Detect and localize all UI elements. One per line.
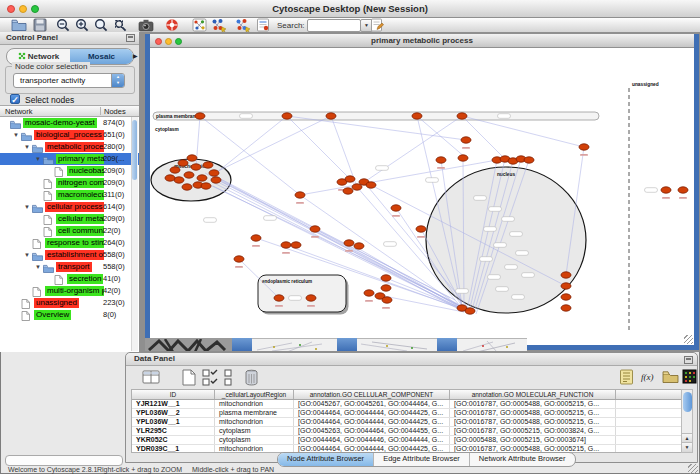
network-graph[interactable]: plasma membranecytoplasmmitochondrionnuc… — [150, 48, 694, 345]
column-header[interactable]: ID — [132, 390, 215, 399]
gene-node[interactable] — [251, 235, 261, 241]
gene-node[interactable] — [382, 297, 392, 303]
disclosure-triangle-icon[interactable]: ▼ — [24, 141, 30, 153]
gene-node[interactable] — [678, 187, 688, 193]
scroll-down-icon[interactable]: ▼ — [682, 442, 692, 452]
network-edge[interactable] — [417, 116, 466, 158]
unselect-attribute-columns-icon[interactable] — [223, 369, 241, 386]
import-attributes-folder-icon[interactable] — [662, 369, 680, 386]
network-window-titlebar[interactable]: primary metabolic process — [150, 34, 694, 48]
delete-attribute-icon[interactable] — [244, 369, 262, 386]
save-icon[interactable] — [33, 18, 49, 32]
zoom-out-icon[interactable] — [56, 18, 72, 32]
edit-attributes-icon[interactable] — [370, 18, 386, 32]
tree-row[interactable]: mosaic-demo-yeast874(0) — [0, 117, 139, 129]
gene-node[interactable] — [345, 176, 355, 182]
column-header[interactable]: annotation.GO CELLULAR_COMPONENT — [294, 390, 450, 399]
gene-node[interactable] — [274, 295, 284, 301]
select-nodes-checkbox[interactable]: ✓ — [10, 94, 20, 104]
gene-node[interactable] — [458, 155, 468, 161]
background-network-thumbnail[interactable] — [457, 338, 527, 351]
background-network-thumbnail[interactable] — [357, 338, 437, 351]
gene-node[interactable] — [203, 162, 213, 168]
tree-row[interactable]: cellular metabo209(0) — [0, 213, 139, 225]
background-window-titlebar[interactable] — [437, 338, 457, 351]
netwin-resize-grip[interactable] — [684, 335, 693, 344]
gene-node[interactable] — [326, 113, 336, 119]
gene-node[interactable] — [310, 226, 320, 232]
gene-node[interactable] — [191, 164, 201, 170]
gene-node[interactable] — [182, 184, 192, 190]
network-overview-icon[interactable] — [192, 18, 208, 32]
float-panel-icon[interactable] — [126, 34, 135, 42]
disclosure-triangle-icon[interactable]: ▼ — [35, 261, 41, 273]
gene-node[interactable] — [561, 294, 571, 300]
app-resize-grip[interactable] — [688, 464, 698, 474]
float-data-panel-icon[interactable] — [684, 356, 693, 364]
gene-node[interactable] — [234, 256, 244, 262]
gene-node[interactable] — [524, 157, 534, 163]
destroy-network-icon[interactable] — [211, 18, 227, 32]
network-edge[interactable] — [216, 116, 287, 173]
column-header[interactable] — [616, 390, 682, 399]
tree-row[interactable]: nucleobase-209(0) — [0, 165, 139, 177]
gene-node[interactable] — [281, 242, 291, 248]
attribute-matrix-icon[interactable] — [682, 369, 700, 386]
gene-node[interactable] — [457, 113, 467, 119]
tree-row[interactable]: nitrogen compo209(0) — [0, 177, 139, 189]
annotation-icon[interactable] — [256, 18, 272, 32]
zoom-fit-icon[interactable] — [94, 18, 110, 32]
disclosure-triangle-icon[interactable]: ▼ — [13, 129, 19, 141]
new-attribute-icon[interactable] — [181, 369, 199, 386]
tree-row[interactable]: ▼primary metabo209(... — [0, 153, 139, 165]
open-file-icon[interactable] — [11, 18, 27, 32]
gene-node[interactable] — [291, 242, 301, 248]
table-row[interactable]: YPL036W__1mitochondrion[GO:0044464, GO:0… — [132, 418, 682, 427]
gene-node[interactable] — [366, 182, 376, 188]
tab-overflow-arrow[interactable]: ▶ — [133, 52, 138, 59]
gene-node[interactable] — [343, 188, 353, 194]
gene-node[interactable] — [352, 184, 362, 190]
gene-node[interactable] — [436, 157, 446, 163]
gene-node[interactable] — [165, 175, 175, 181]
tree-row[interactable]: ▼establishment of lo558(0) — [0, 249, 139, 261]
gene-node[interactable] — [178, 160, 188, 166]
attribute-list-icon[interactable] — [619, 369, 637, 386]
network-edge[interactable] — [214, 116, 331, 173]
gene-node[interactable] — [306, 295, 316, 301]
disclosure-triangle-icon[interactable]: ▼ — [24, 201, 30, 213]
gene-node[interactable] — [354, 243, 364, 249]
table-row[interactable]: YPL036W__2plasma membrane[GO:0044464, GO… — [132, 409, 682, 418]
gene-node[interactable] — [295, 192, 305, 198]
table-row[interactable]: YKR052Ccytoplasm[GO:0044464, GO:0044446,… — [132, 436, 682, 445]
tree-row[interactable]: ▼metabolic process280(0) — [0, 141, 139, 153]
tree-row[interactable]: multi-organism pro42(0) — [0, 285, 139, 297]
gene-node[interactable] — [170, 167, 180, 173]
gene-node[interactable] — [209, 170, 219, 176]
snapshot-camera-icon[interactable] — [138, 18, 154, 32]
network-window[interactable]: primary metabolic process plasma membran… — [145, 34, 699, 350]
node-color-dropdown[interactable]: transporter activity ▲▼ — [13, 73, 125, 88]
gene-node[interactable] — [461, 137, 471, 143]
gene-node[interactable] — [561, 305, 571, 311]
gene-node[interactable] — [344, 240, 354, 246]
help-lifesaver-icon[interactable] — [165, 18, 181, 32]
tree-row[interactable]: ▼transport558(0) — [0, 261, 139, 273]
zoom-selected-icon[interactable] — [113, 18, 129, 32]
table-scrollbar[interactable]: ▲ ▼ — [681, 389, 693, 453]
overview-window-edge[interactable] — [145, 338, 232, 351]
column-header[interactable]: annotation.GO MOLECULAR_FUNCTION — [450, 390, 616, 399]
tree-scrollbar-thumb[interactable] — [132, 120, 137, 180]
network-edge[interactable] — [357, 116, 462, 187]
tree-row[interactable]: macromolecule311(0) — [0, 189, 139, 201]
background-network-thumbnail[interactable] — [252, 338, 337, 351]
gene-node[interactable] — [561, 272, 571, 278]
zoom-in-icon[interactable] — [75, 18, 91, 32]
gene-node[interactable] — [211, 177, 221, 183]
dropdown-stepper-icon[interactable]: ▲▼ — [111, 74, 124, 87]
table-scrollbar-thumb[interactable] — [683, 392, 692, 412]
table-row[interactable]: YJR121W__1mitochondrion[GO:0045267, GO:0… — [132, 400, 682, 409]
select-attributes-icon[interactable] — [142, 369, 160, 386]
gene-node[interactable] — [465, 308, 475, 314]
select-attribute-columns-icon[interactable] — [202, 369, 220, 386]
